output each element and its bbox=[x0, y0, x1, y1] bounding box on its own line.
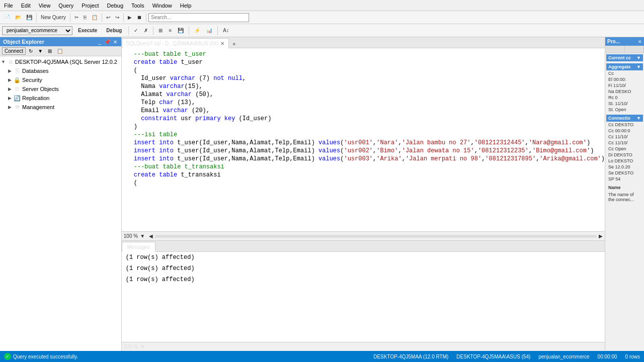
tree-server[interactable]: ▼ 🖥 DESKTOP-4QJ5MAA (SQL Server 12.0.2 bbox=[0, 57, 121, 66]
results-zoom-dropdown[interactable]: ▼ bbox=[140, 344, 145, 349]
aggregate-items: CcEl 00:00:Fi 11/10/Na DESKORc 0St. 11/1… bbox=[606, 70, 643, 113]
tree-security[interactable]: ▶ 🔒 Security bbox=[0, 75, 121, 84]
client-stats-btn[interactable]: 📊 bbox=[204, 27, 214, 34]
oe-close-btn[interactable]: ✕ bbox=[112, 39, 118, 45]
execute-btn[interactable]: Execute bbox=[74, 27, 101, 34]
tree-databases[interactable]: ▶ 🗄 Databases bbox=[0, 66, 121, 75]
editor-line: create table t_transaksi bbox=[122, 171, 605, 179]
messages-tab[interactable]: Messages bbox=[122, 242, 156, 252]
connection-item: Lo DEKSTO bbox=[606, 158, 643, 164]
main-toolbar: 📄 📂 💾 New Query ✂ ⎘ 📋 ↩ ↪ ▶ ⏹ bbox=[0, 11, 644, 24]
paste-btn[interactable]: 📋 bbox=[90, 14, 100, 21]
redo-btn[interactable]: ↪ bbox=[113, 14, 121, 21]
right-tab-2[interactable]: ≡ bbox=[625, 46, 645, 53]
object-explorer-tree: ▼ 🖥 DESKTOP-4QJ5MAA (SQL Server 12.0.2 ▶… bbox=[0, 56, 121, 351]
right-tab-1[interactable]: ⊞ bbox=[605, 46, 625, 53]
tree-server-objects[interactable]: ▶ ⚙ Server Objects bbox=[0, 84, 121, 94]
sql-normal: (13), bbox=[174, 99, 195, 106]
sql-keyword: insert into bbox=[134, 139, 174, 146]
scroll-right[interactable]: ▶ bbox=[599, 233, 603, 239]
menu-window[interactable]: Window bbox=[148, 2, 176, 10]
editor-tab[interactable]: SQLQuery7.sql - D...QJ5MAA\ASUS (54) ✕ bbox=[122, 38, 229, 48]
menu-view[interactable]: View bbox=[35, 2, 55, 10]
menu-edit[interactable]: Edit bbox=[17, 2, 35, 10]
editor-line: insert into t_user(Id_user,Nama,Alamat,T… bbox=[122, 155, 605, 163]
oe-minimize-btn[interactable]: _ bbox=[97, 39, 102, 45]
save-btn[interactable]: 💾 bbox=[24, 14, 34, 21]
tree-management[interactable]: ▶ 🛠 Management bbox=[0, 103, 121, 112]
right-aggregate: Aggregate ▼ CcEl 00:00:Fi 11/10/Na DESKO… bbox=[606, 63, 643, 113]
menu-file[interactable]: File bbox=[0, 2, 17, 10]
code-editor[interactable]: ---buat table t_usercreate table t_user(… bbox=[122, 48, 605, 231]
results-text-btn[interactable]: ≡ bbox=[167, 27, 174, 34]
sql-comment: ---isi table bbox=[134, 131, 177, 138]
database-selector[interactable]: penjualan_ecommerce bbox=[2, 26, 72, 35]
editor-line: ---isi table bbox=[122, 131, 605, 139]
object-explorer-title: Object Explorer bbox=[3, 39, 44, 45]
sql-normal: t_user bbox=[177, 59, 202, 66]
aggregate-header[interactable]: Aggregate ▼ bbox=[606, 63, 643, 70]
zoom-dropdown[interactable]: ▼ bbox=[140, 233, 145, 239]
refresh-btn[interactable]: ↻ bbox=[27, 47, 35, 55]
cut-btn[interactable]: ✂ bbox=[72, 14, 80, 21]
connection-label: Connectio bbox=[608, 116, 630, 121]
search-input[interactable] bbox=[148, 13, 249, 22]
sep4 bbox=[123, 13, 124, 22]
connection-item: Cc 11/10/ bbox=[606, 134, 643, 140]
format-btn[interactable]: A↕ bbox=[221, 27, 231, 34]
results-grid-btn[interactable]: ⊞ bbox=[156, 27, 165, 34]
sep6 bbox=[128, 26, 129, 35]
include-actual-plan-btn[interactable]: ⚡ bbox=[192, 27, 202, 34]
results-file-btn[interactable]: 💾 bbox=[176, 27, 186, 34]
reports-btn[interactable]: 📋 bbox=[55, 47, 65, 55]
sep2 bbox=[70, 13, 70, 22]
editor-container: ---buat table t_usercreate table t_user(… bbox=[122, 48, 605, 351]
oe-pin-btn[interactable]: 📌 bbox=[103, 39, 111, 45]
open-file-btn[interactable]: 📂 bbox=[13, 14, 23, 21]
collapse-all-btn[interactable]: ⊞ bbox=[46, 47, 54, 55]
right-panel-close-btn[interactable]: ✕ bbox=[638, 39, 642, 44]
scroll-left[interactable]: ◀ bbox=[149, 233, 153, 239]
status-database: penjualan_ecommerce bbox=[538, 354, 589, 359]
undo-btn[interactable]: ↩ bbox=[104, 14, 112, 21]
filter-btn[interactable]: ▼ bbox=[36, 47, 45, 55]
line-content: Telp char (13), bbox=[122, 99, 605, 107]
debug-btn[interactable]: Debug bbox=[103, 27, 125, 34]
menu-tools[interactable]: Tools bbox=[127, 2, 148, 10]
current-connection-header[interactable]: Current cc ▼ bbox=[606, 54, 643, 61]
editor-line: Telp char (13), bbox=[122, 99, 605, 107]
editor-tab-close[interactable]: ✕ bbox=[220, 41, 224, 46]
menu-project[interactable]: Project bbox=[77, 2, 103, 10]
connect-btn[interactable]: Connect bbox=[2, 47, 26, 55]
results-zoom-label: 100 % bbox=[124, 344, 138, 349]
sql-string: 'Arika' bbox=[376, 155, 401, 162]
menu-debug[interactable]: Debug bbox=[103, 2, 127, 10]
editor-line: Nama varchar(15), bbox=[122, 82, 605, 90]
aggregate-collapse-icon: ▼ bbox=[636, 64, 641, 69]
stop-btn[interactable]: ⏹ bbox=[135, 14, 144, 21]
sql-normal: t_user(Id_user,Nama,Alamat,Telp,Email) bbox=[174, 147, 318, 154]
new-query-btn[interactable]: New Query bbox=[39, 14, 68, 21]
run-btn[interactable]: ▶ bbox=[126, 14, 134, 21]
menu-query[interactable]: Query bbox=[54, 2, 77, 10]
aggregate-item: Cc bbox=[606, 70, 643, 76]
copy-btn[interactable]: ⎘ bbox=[82, 14, 89, 21]
management-icon: 🛠 bbox=[13, 103, 21, 111]
cancel-btn[interactable]: ✗ bbox=[142, 27, 150, 34]
parse-btn[interactable]: ✓ bbox=[132, 27, 140, 34]
server-objects-label: Server Objects bbox=[22, 86, 59, 92]
menu-help[interactable]: Help bbox=[176, 2, 196, 10]
connection-item: Se 12.0.20 bbox=[606, 164, 643, 170]
editor-scrollbar[interactable] bbox=[155, 235, 597, 238]
security-icon: 🔒 bbox=[13, 76, 21, 84]
tree-replication[interactable]: ▶ 🔄 Replication bbox=[0, 94, 121, 103]
result-row: (1 row(s) affected) bbox=[126, 276, 601, 283]
line-content: insert into t_user(Id_user,Nama,Alamat,T… bbox=[122, 155, 605, 163]
connection-header[interactable]: Connectio ▼ bbox=[606, 115, 643, 122]
new-tab-btn[interactable]: + bbox=[230, 41, 237, 48]
replication-arrow: ▶ bbox=[8, 96, 13, 101]
sql-comment: ---buat table t_transaksi bbox=[134, 163, 224, 170]
sql-normal: Alamat bbox=[134, 91, 167, 98]
status-rows: 0 rows bbox=[625, 354, 640, 359]
new-file-btn[interactable]: 📄 bbox=[2, 14, 12, 21]
